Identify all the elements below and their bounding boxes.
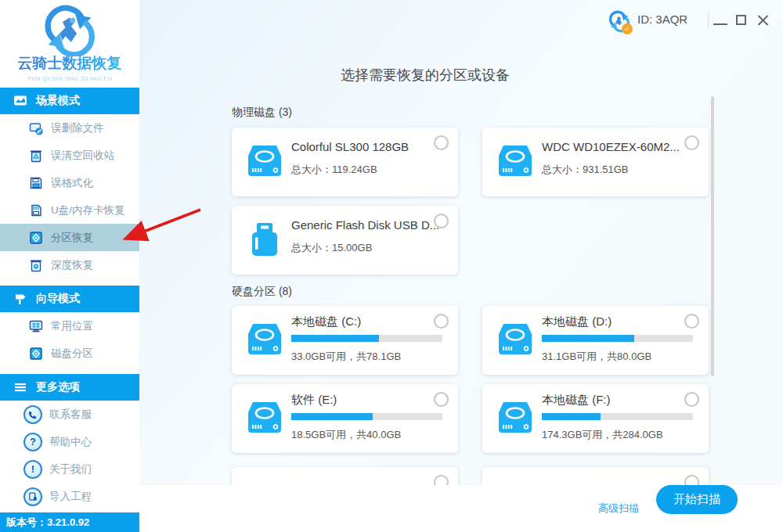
sidebar-item-about-us[interactable]: ! 关于我们 bbox=[0, 455, 139, 483]
hdd-icon bbox=[246, 401, 283, 434]
hdd-icon bbox=[496, 401, 534, 434]
about-icon: ! bbox=[23, 460, 42, 479]
sidebar-item-deep-recovery[interactable]: 深度恢复 bbox=[0, 251, 139, 279]
partitions-label: 硬盘分区 (8) bbox=[232, 285, 292, 299]
common-location-icon bbox=[28, 318, 44, 334]
usb-card-icon bbox=[28, 203, 44, 218]
sidebar-item-label: 帮助中心 bbox=[49, 435, 92, 449]
partition-radio[interactable] bbox=[684, 314, 699, 329]
sidebar-item-label: 联系客服 bbox=[49, 408, 92, 422]
minimize-button[interactable] bbox=[713, 23, 727, 25]
logo-title: 云骑士数据恢复 bbox=[18, 53, 122, 74]
hdd-icon bbox=[246, 145, 283, 178]
sidebar-gap bbox=[0, 279, 139, 286]
partition-card-e[interactable]: 软件 (E:) 18.5GB可用，共40.0GB bbox=[232, 384, 458, 453]
sidebar-item-label: U盘/内存卡恢复 bbox=[51, 203, 125, 217]
partition-name: 本地磁盘 (C:) bbox=[291, 315, 361, 329]
partition-usage: 33.0GB可用，共78.1GB bbox=[291, 350, 401, 364]
more-options-icon bbox=[13, 379, 28, 395]
sidebar-item-label: 误格式化 bbox=[51, 176, 93, 190]
logo-knight bbox=[60, 18, 77, 42]
partition-radio[interactable] bbox=[434, 392, 449, 407]
sidebar-item-partition-recovery[interactable]: 分区恢复 bbox=[0, 224, 139, 251]
section-label: 向导模式 bbox=[36, 292, 80, 306]
usage-bar bbox=[542, 413, 693, 420]
sidebar-item-usb-card-recovery[interactable]: U盘/内存卡恢复 bbox=[0, 196, 139, 224]
page-title: 选择需要恢复的分区或设备 bbox=[139, 66, 711, 84]
disk-card-usb[interactable]: Generic Flash Disk USB D... 总大小：15.00GB bbox=[232, 206, 458, 275]
disk-size: 总大小：931.51GB bbox=[542, 163, 629, 177]
sidebar-item-label: 误删除文件 bbox=[51, 121, 104, 135]
start-scan-button[interactable]: 开始扫描 bbox=[656, 485, 738, 514]
sidebar-section-more-options: 更多选项 bbox=[0, 374, 139, 401]
sidebar-section-scene-mode: 场景模式 bbox=[0, 88, 139, 114]
help-icon: ? bbox=[23, 433, 42, 451]
physical-disks-label: 物理磁盘 (3) bbox=[232, 106, 292, 120]
sidebar-item-label: 磁盘分区 bbox=[51, 347, 93, 361]
sidebar-item-recycle-bin[interactable]: 误清空回收站 bbox=[0, 142, 139, 169]
sidebar-section-guide-mode: 向导模式 bbox=[0, 286, 139, 312]
disk-card-wdc[interactable]: WDC WD10EZEX-60M2... 总大小：931.51GB bbox=[482, 128, 709, 196]
disk-name: Colorful SL300 128GB bbox=[291, 140, 409, 153]
usage-bar bbox=[291, 335, 442, 342]
partition-radio[interactable] bbox=[434, 314, 449, 329]
logo-icon bbox=[41, 5, 99, 56]
partition-recovery-icon bbox=[28, 230, 44, 246]
app-window: 云骑士数据恢复 YUN QI SHI SHU JU HUI FU 场景模式 误删… bbox=[0, 0, 783, 532]
disk-radio[interactable] bbox=[434, 214, 449, 228]
disk-radio[interactable] bbox=[434, 135, 449, 150]
section-label: 场景模式 bbox=[36, 94, 80, 108]
version-label: 版本号：3.21.0.92 bbox=[0, 512, 139, 532]
disk-card-colorful[interactable]: Colorful SL300 128GB 总大小：119.24GB bbox=[232, 128, 458, 196]
partition-card-d[interactable]: 本地磁盘 (D:) 31.1GB可用，共80.0GB bbox=[482, 306, 709, 375]
user-id-label: ID: 3AQR bbox=[637, 13, 687, 26]
usb-drive-icon bbox=[247, 221, 282, 257]
sidebar-item-label: 导入工程 bbox=[49, 490, 92, 504]
disk-radio[interactable] bbox=[684, 135, 699, 150]
usage-bar bbox=[291, 413, 442, 420]
usage-bar-fill bbox=[542, 335, 634, 342]
sidebar-item-label: 关于我们 bbox=[49, 462, 92, 476]
sidebar-item-label: 分区恢复 bbox=[51, 231, 93, 245]
partition-name: 本地磁盘 (F:) bbox=[542, 393, 611, 408]
sidebar-item-label: 误清空回收站 bbox=[51, 149, 114, 163]
usage-bar-fill bbox=[291, 335, 379, 342]
verified-badge-icon: ✓ bbox=[622, 23, 633, 34]
deleted-file-icon bbox=[28, 120, 44, 136]
partition-usage: 174.3GB可用，共284.0GB bbox=[542, 428, 663, 442]
sidebar: 云骑士数据恢复 YUN QI SHI SHU JU HUI FU 场景模式 误删… bbox=[0, 0, 139, 532]
sidebar-item-deleted-files[interactable]: 误删除文件 bbox=[0, 114, 139, 142]
usage-bar-fill bbox=[291, 413, 373, 420]
usage-bar-fill bbox=[542, 413, 601, 420]
scene-mode-icon bbox=[13, 93, 28, 109]
partition-card-c[interactable]: 本地磁盘 (C:) 33.0GB可用，共78.1GB bbox=[232, 306, 458, 375]
logo-subtitle: YUN QI SHI SHU JU HUI FU bbox=[27, 75, 113, 82]
scrollbar[interactable] bbox=[711, 96, 714, 376]
sidebar-item-contact-support[interactable]: 联系客服 bbox=[0, 401, 139, 428]
sidebar-item-common-locations[interactable]: 常用位置 bbox=[0, 312, 139, 340]
partition-card-f[interactable]: 本地磁盘 (F:) 174.3GB可用，共284.0GB bbox=[482, 384, 709, 453]
advanced-scan-link[interactable]: 高级扫描 bbox=[598, 501, 639, 516]
maximize-button[interactable] bbox=[736, 15, 746, 25]
partition-name: 本地磁盘 (D:) bbox=[542, 315, 612, 329]
sidebar-item-help-center[interactable]: ? 帮助中心 bbox=[0, 428, 139, 455]
guide-mode-icon bbox=[13, 291, 28, 307]
disk-size: 总大小：119.24GB bbox=[291, 163, 377, 177]
import-project-icon bbox=[23, 487, 42, 506]
sidebar-item-import-project[interactable]: 导入工程 bbox=[0, 483, 139, 510]
disk-partition-icon bbox=[28, 346, 44, 361]
sidebar-item-disk-partitions[interactable]: 磁盘分区 bbox=[0, 340, 139, 367]
hdd-icon bbox=[496, 323, 534, 356]
partition-usage: 18.5GB可用，共40.0GB bbox=[291, 428, 401, 442]
partition-radio[interactable] bbox=[684, 392, 699, 407]
close-button[interactable] bbox=[755, 11, 772, 30]
recycle-bin-icon bbox=[28, 148, 44, 164]
disk-name: Generic Flash Disk USB D... bbox=[291, 218, 439, 232]
usage-bar bbox=[542, 335, 693, 342]
sidebar-item-formatted[interactable]: 误格式化 bbox=[0, 169, 139, 196]
deep-recovery-icon bbox=[28, 257, 44, 273]
sidebar-gap bbox=[0, 367, 139, 374]
section-label: 更多选项 bbox=[36, 380, 80, 394]
phone-icon bbox=[23, 405, 42, 424]
disk-name: WDC WD10EZEX-60M2... bbox=[542, 140, 680, 153]
